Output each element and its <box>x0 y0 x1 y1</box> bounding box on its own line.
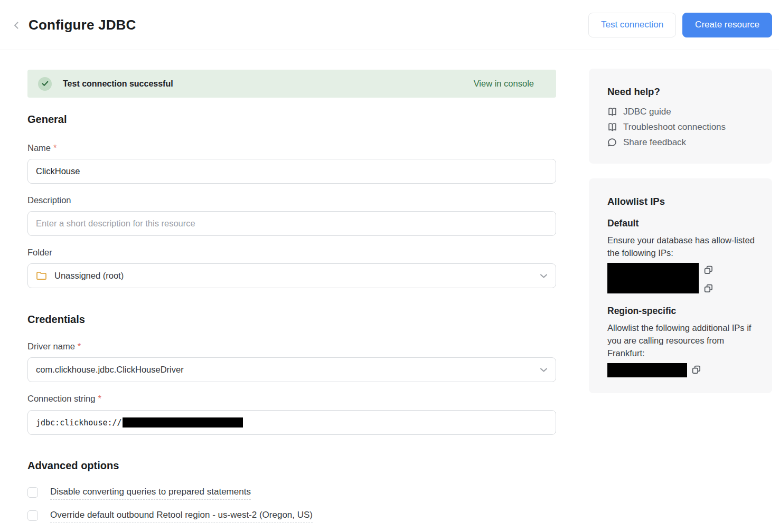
required-marker: * <box>53 143 57 153</box>
main-form: Test connection successful View in conso… <box>27 50 556 523</box>
create-resource-button[interactable]: Create resource <box>682 13 772 37</box>
troubleshoot-connections-link[interactable]: Troubleshoot connections <box>607 122 756 132</box>
general-heading: General <box>27 113 556 126</box>
folder-value: Unassigned (root) <box>54 271 124 281</box>
view-in-console-link[interactable]: View in console <box>474 79 534 89</box>
description-field-wrap <box>27 211 556 236</box>
default-text: Ensure your database has allow-listed th… <box>607 234 756 259</box>
chevron-left-icon <box>13 21 20 30</box>
chevron-down-icon <box>540 367 548 373</box>
folder-label: Folder <box>27 248 556 258</box>
required-marker: * <box>98 394 101 403</box>
driver-name-label: Driver name* <box>27 341 556 352</box>
header-actions: Test connection Create resource <box>588 13 772 37</box>
folder-icon <box>36 271 47 281</box>
jdbc-guide-link[interactable]: JDBC guide <box>607 107 756 117</box>
option-row-override-region: Override default outbound Retool region … <box>27 510 556 523</box>
need-help-heading: Need help? <box>607 86 756 98</box>
region-specific-text: Allowlist the following additional IPs i… <box>607 321 756 359</box>
option-row-prepared-statements: Disable converting queries to prepared s… <box>27 487 556 500</box>
need-help-panel: Need help? JDBC guide Troubleshoot conne… <box>589 69 772 164</box>
name-input[interactable] <box>36 159 548 183</box>
help-link-label: Troubleshoot connections <box>623 122 726 132</box>
connection-string-label: Connection string* <box>27 394 556 404</box>
connection-string-visible-value: jdbc:clickhouse:// <box>36 418 122 428</box>
connection-string-input[interactable]: jdbc:clickhouse:// <box>27 410 556 435</box>
chevron-down-icon <box>540 273 548 279</box>
redacted-connection-host <box>123 417 243 428</box>
credentials-heading: Credentials <box>27 313 556 326</box>
redacted-ip <box>607 363 687 377</box>
page-title: Configure JDBC <box>29 17 136 33</box>
page-header: Configure JDBC Test connection Create re… <box>0 0 779 50</box>
allowlist-ips-panel: Allowlist IPs Default Ensure your databa… <box>589 178 772 393</box>
default-ip-row <box>607 263 756 293</box>
chat-icon <box>607 138 617 147</box>
configure-jdbc-page: Configure JDBC Test connection Create re… <box>0 0 779 532</box>
banner-message: Test connection successful <box>63 79 173 89</box>
driver-name-select[interactable]: com.clickhouse.jdbc.ClickHouseDriver <box>27 357 556 382</box>
copy-icon[interactable] <box>704 284 713 293</box>
required-marker: * <box>78 341 81 351</box>
redacted-ip-list <box>607 263 699 293</box>
book-icon <box>607 122 617 132</box>
checkbox-label: Override default outbound Retool region … <box>50 510 313 523</box>
driver-name-value: com.clickhouse.jdbc.ClickHouseDriver <box>36 365 184 375</box>
default-subheading: Default <box>607 218 756 229</box>
description-label: Description <box>27 195 556 205</box>
sidebar: Need help? JDBC guide Troubleshoot conne… <box>589 69 772 393</box>
help-link-label: Share feedback <box>623 137 686 148</box>
help-links: JDBC guide Troubleshoot connections Shar… <box>607 107 756 148</box>
region-specific-subheading: Region-specific <box>607 306 756 317</box>
book-icon <box>607 107 617 117</box>
help-link-label: JDBC guide <box>623 107 671 117</box>
advanced-options-heading: Advanced options <box>27 459 556 472</box>
copy-icon[interactable] <box>692 365 701 374</box>
test-connection-button[interactable]: Test connection <box>588 13 676 37</box>
description-input[interactable] <box>36 212 548 235</box>
copy-icon[interactable] <box>704 265 713 274</box>
back-button[interactable] <box>10 18 23 32</box>
folder-select[interactable]: Unassigned (root) <box>27 263 556 288</box>
copy-buttons <box>704 265 713 293</box>
override-region-checkbox[interactable] <box>27 510 38 521</box>
disable-prepared-statements-checkbox[interactable] <box>27 487 38 498</box>
name-field-wrap <box>27 159 556 184</box>
allowlist-ips-heading: Allowlist IPs <box>607 196 756 207</box>
name-label: Name* <box>27 143 556 153</box>
success-banner: Test connection successful View in conso… <box>27 70 556 98</box>
checkbox-label: Disable converting queries to prepared s… <box>50 487 251 500</box>
share-feedback-link[interactable]: Share feedback <box>607 137 756 148</box>
check-icon <box>38 77 52 91</box>
region-ip-row <box>607 363 756 377</box>
